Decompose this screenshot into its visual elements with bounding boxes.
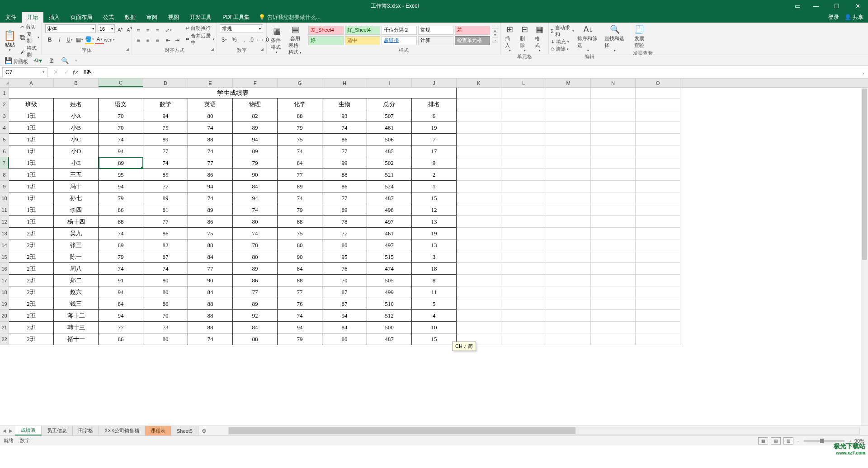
data-cell[interactable]: 11 [412, 286, 457, 298]
row-header-19[interactable]: 19 [0, 298, 9, 310]
data-cell[interactable]: 17 [412, 145, 457, 157]
cut-button[interactable]: ✂剪切 [20, 23, 39, 30]
empty-cell[interactable] [457, 192, 501, 204]
data-cell[interactable]: 500 [367, 322, 412, 333]
data-cell[interactable]: 77 [278, 286, 322, 298]
data-cell[interactable]: 1班 [9, 145, 54, 157]
data-cell[interactable]: 87 [143, 251, 188, 263]
data-cell[interactable]: 77 [188, 263, 233, 275]
fill-button[interactable]: ↧填充▾ [551, 38, 574, 45]
data-cell[interactable]: 502 [367, 157, 412, 169]
col-header-A[interactable]: A [9, 79, 54, 87]
empty-cell[interactable] [546, 298, 591, 310]
col-header-N[interactable]: N [591, 79, 636, 87]
row-header-14[interactable]: 14 [0, 239, 9, 251]
align-top[interactable]: ≡ [134, 26, 143, 35]
empty-cell[interactable] [591, 88, 636, 98]
data-cell[interactable]: 93 [322, 110, 367, 122]
data-cell[interactable]: 周八 [54, 263, 99, 275]
data-cell[interactable]: 88 [278, 216, 322, 228]
cell-style-option[interactable]: 差 [455, 26, 490, 35]
data-cell[interactable]: 1班 [9, 134, 54, 145]
empty-cell[interactable] [546, 122, 591, 134]
empty-cell[interactable] [636, 204, 680, 216]
col-header-L[interactable]: L [501, 79, 546, 87]
data-cell[interactable]: 79 [233, 157, 278, 169]
font-size-select[interactable]: 16▾ [98, 24, 115, 33]
row-header-20[interactable]: 20 [0, 310, 9, 322]
empty-cell[interactable] [591, 181, 636, 192]
data-cell[interactable]: 80 [188, 110, 233, 122]
data-cell[interactable]: 80 [322, 239, 367, 251]
view-page-layout[interactable]: ▤ [771, 437, 781, 445]
delete-cells-button[interactable]: ⊟删除▾ [518, 23, 532, 53]
data-cell[interactable]: 80 [143, 286, 188, 298]
data-cell[interactable]: 74 [188, 122, 233, 134]
empty-cell[interactable] [636, 298, 680, 310]
data-cell[interactable]: 吴九 [54, 228, 99, 239]
wrap-text-button[interactable]: ↩自动换行 [185, 25, 215, 32]
empty-cell[interactable] [457, 145, 501, 157]
empty-cell[interactable] [501, 192, 546, 204]
row-header-7[interactable]: 7 [0, 157, 9, 169]
data-cell[interactable]: 小B [54, 122, 99, 134]
data-cell[interactable]: 孙七 [54, 192, 99, 204]
data-cell[interactable]: 1班 [9, 169, 54, 181]
cell-style-option[interactable]: 千位分隔 2 [382, 26, 417, 35]
merge-center-button[interactable]: ⬌合并后居中▾ [185, 33, 215, 46]
empty-cell[interactable] [457, 98, 501, 110]
row-header-2[interactable]: 2 [0, 98, 9, 110]
sort-filter-button[interactable]: A↓排序和筛选▾ [575, 24, 601, 53]
empty-cell[interactable] [636, 216, 680, 228]
data-cell[interactable]: 84 [233, 181, 278, 192]
data-cell[interactable]: 李四 [54, 204, 99, 216]
empty-cell[interactable] [546, 228, 591, 239]
data-cell[interactable]: 80 [143, 275, 188, 286]
paste-button[interactable]: 📋 粘贴 ▾ [2, 29, 18, 53]
col-header-E[interactable]: E [188, 79, 233, 87]
header-cell[interactable]: 姓名 [54, 98, 99, 110]
data-cell[interactable]: 2班 [9, 263, 54, 275]
data-cell[interactable]: 王五 [54, 169, 99, 181]
align-middle[interactable]: ≡ [143, 26, 152, 35]
data-cell[interactable]: 89 [143, 192, 188, 204]
percent-button[interactable]: % [230, 35, 239, 44]
hscroll-thumb[interactable] [229, 427, 576, 434]
header-cell[interactable]: 语文 [99, 98, 143, 110]
empty-cell[interactable] [501, 216, 546, 228]
data-cell[interactable]: 79 [278, 122, 322, 134]
number-format-select[interactable]: 常规▾ [220, 24, 263, 33]
tab-view[interactable]: 视图 [163, 12, 184, 23]
data-cell[interactable]: 1班 [9, 110, 54, 122]
empty-cell[interactable] [546, 310, 591, 322]
data-cell[interactable]: 94 [233, 192, 278, 204]
data-cell[interactable]: 13 [412, 216, 457, 228]
data-cell[interactable]: 1 [412, 181, 457, 192]
data-cell[interactable]: 1班 [9, 204, 54, 216]
data-cell[interactable]: 88 [233, 333, 278, 345]
data-cell[interactable]: 505 [367, 275, 412, 286]
empty-cell[interactable] [546, 157, 591, 169]
font-color-button[interactable]: A [95, 35, 104, 44]
align-launcher[interactable]: ◢ [211, 47, 214, 51]
data-cell[interactable]: 77 [188, 157, 233, 169]
data-cell[interactable]: 81 [143, 204, 188, 216]
data-cell[interactable]: 76 [322, 263, 367, 275]
indent-inc[interactable]: ⇥ [173, 36, 182, 45]
col-header-D[interactable]: D [143, 79, 188, 87]
empty-cell[interactable] [501, 275, 546, 286]
row-header-12[interactable]: 12 [0, 216, 9, 228]
row-header-17[interactable]: 17 [0, 275, 9, 286]
data-cell[interactable]: 94 [143, 110, 188, 122]
data-cell[interactable]: 75 [278, 228, 322, 239]
data-cell[interactable]: 474 [367, 263, 412, 275]
data-cell[interactable]: 80 [233, 251, 278, 263]
data-cell[interactable]: 92 [233, 310, 278, 322]
maximize-button[interactable]: ☐ [826, 0, 847, 12]
empty-cell[interactable] [501, 110, 546, 122]
col-header-B[interactable]: B [54, 79, 99, 87]
empty-cell[interactable] [457, 298, 501, 310]
fx-button[interactable]: ƒx [72, 69, 81, 75]
data-cell[interactable]: 75 [143, 122, 188, 134]
empty-cell[interactable] [636, 134, 680, 145]
